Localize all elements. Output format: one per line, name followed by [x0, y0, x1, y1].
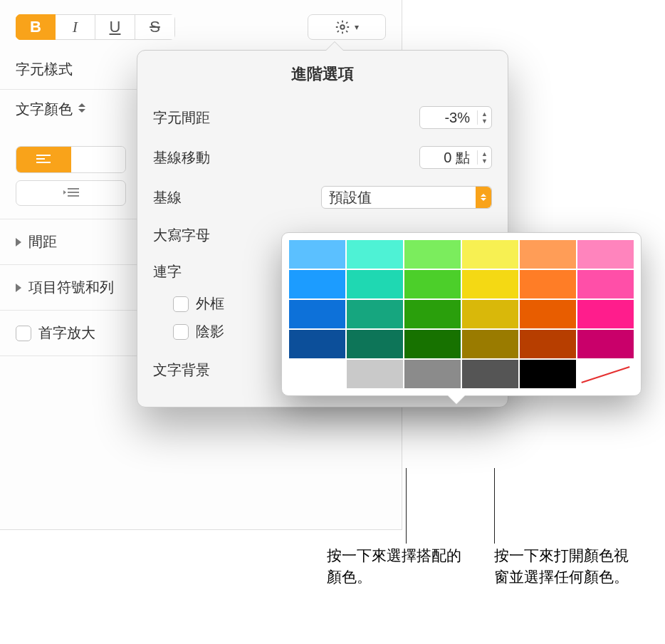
stepper-down[interactable]: ▼ — [478, 118, 491, 125]
drop-cap-label: 首字放大 — [38, 323, 95, 343]
ligatures-label: 連字 — [153, 262, 182, 281]
color-swatch[interactable] — [520, 360, 576, 388]
color-swatch[interactable] — [462, 300, 518, 328]
color-swatch[interactable] — [577, 240, 634, 269]
italic-button[interactable]: I — [56, 14, 95, 40]
stepper-up[interactable]: ▲ — [478, 150, 491, 157]
color-swatch[interactable] — [347, 330, 403, 358]
spacing-label: 間距 — [28, 232, 57, 251]
char-spacing-value: -3% — [420, 110, 477, 126]
callout-line — [494, 468, 495, 544]
color-swatch[interactable] — [347, 360, 403, 388]
color-swatch[interactable] — [289, 360, 345, 388]
baseline-select[interactable]: 預設值 — [321, 186, 492, 209]
color-swatch[interactable] — [289, 330, 345, 358]
color-swatch[interactable] — [289, 270, 345, 298]
color-swatch[interactable] — [577, 330, 634, 358]
underline-button[interactable]: U — [95, 14, 135, 40]
popover-title: 進階選項 — [153, 63, 492, 85]
callout-line — [406, 468, 407, 544]
alignment-segmented — [16, 146, 126, 173]
chevron-right-icon — [16, 238, 21, 246]
chevron-right-icon — [16, 284, 21, 292]
chevron-down-icon: ▾ — [355, 22, 359, 32]
color-swatch[interactable] — [347, 300, 403, 328]
color-swatch[interactable] — [577, 300, 634, 328]
color-swatch[interactable] — [404, 300, 461, 328]
color-swatch[interactable] — [404, 360, 461, 388]
color-swatch[interactable] — [462, 330, 518, 358]
color-swatch[interactable] — [520, 330, 576, 358]
stepper-down[interactable]: ▼ — [478, 157, 491, 165]
caps-label: 大寫字母 — [153, 226, 210, 245]
color-swatch[interactable] — [462, 360, 518, 388]
color-swatch[interactable] — [577, 360, 634, 388]
baseline-row: 基線 預設值 — [153, 177, 492, 217]
shadow-label: 陰影 — [196, 322, 224, 341]
outline-label: 外框 — [196, 294, 224, 313]
gear-icon — [335, 19, 350, 35]
char-spacing-stepper[interactable]: -3% ▲▼ — [419, 106, 492, 129]
character-style-label: 字元樣式 — [16, 60, 73, 79]
align-center-button[interactable] — [71, 147, 126, 172]
baseline-label: 基線 — [153, 188, 182, 207]
swatch-grid — [289, 240, 634, 388]
indent-icon — [63, 187, 79, 199]
baseline-select-value: 預設值 — [329, 188, 372, 207]
text-bg-label: 文字背景 — [153, 360, 210, 380]
color-swatch[interactable] — [520, 240, 576, 269]
indent-button[interactable] — [16, 180, 126, 206]
color-swatch[interactable] — [462, 270, 518, 298]
baseline-shift-value: 0 點 — [420, 148, 477, 167]
color-swatch[interactable] — [289, 300, 345, 328]
char-spacing-label: 字元間距 — [153, 108, 210, 128]
color-swatch[interactable] — [462, 240, 518, 269]
strikethrough-button[interactable]: S — [135, 14, 175, 40]
baseline-shift-label: 基線移動 — [153, 148, 210, 167]
outline-checkbox[interactable] — [173, 296, 189, 312]
char-spacing-row: 字元間距 -3% ▲▼ — [153, 98, 492, 137]
color-swatch[interactable] — [520, 270, 576, 298]
align-left-icon — [36, 154, 51, 165]
shadow-checkbox[interactable] — [173, 324, 189, 340]
drop-cap-checkbox[interactable] — [16, 326, 31, 341]
color-swatch[interactable] — [404, 330, 461, 358]
baseline-shift-stepper[interactable]: 0 點 ▲▼ — [419, 146, 492, 169]
color-swatch[interactable] — [404, 270, 461, 298]
callout-right: 按一下來打開顏色視窗並選擇任何顏色。 — [494, 545, 637, 588]
color-swatch[interactable] — [404, 240, 461, 269]
text-color-label: 文字顏色 — [16, 100, 73, 119]
updown-icon — [78, 103, 88, 116]
color-swatch[interactable] — [289, 240, 345, 269]
align-left-button[interactable] — [16, 147, 71, 172]
popover-arrow — [325, 42, 344, 51]
callout-left: 按一下來選擇搭配的顏色。 — [327, 545, 462, 588]
color-swatch-popover — [281, 232, 642, 396]
color-swatch[interactable] — [520, 300, 576, 328]
color-swatch[interactable] — [577, 270, 634, 298]
svg-point-0 — [340, 25, 345, 29]
baseline-shift-row: 基線移動 0 點 ▲▼ — [153, 137, 492, 177]
bullets-label: 項目符號和列 — [28, 278, 114, 297]
color-swatch[interactable] — [347, 240, 403, 269]
stepper-up[interactable]: ▲ — [478, 110, 491, 118]
advanced-options-button[interactable]: ▾ — [308, 14, 386, 40]
bius-group: B I U S — [16, 14, 175, 40]
color-swatch[interactable] — [347, 270, 403, 298]
bold-button[interactable]: B — [16, 14, 56, 40]
popover-arrow — [447, 395, 466, 404]
